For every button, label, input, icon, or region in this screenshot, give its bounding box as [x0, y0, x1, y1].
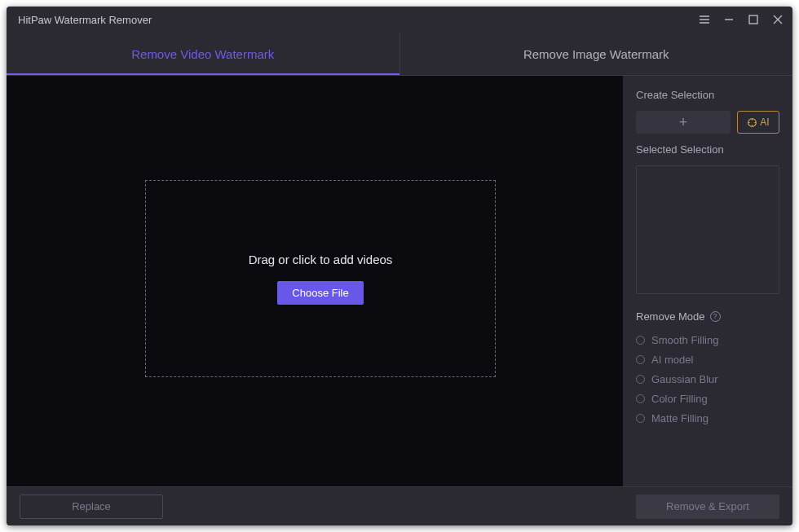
mode-ai-model[interactable]: AI model: [636, 354, 779, 366]
replace-button[interactable]: Replace: [20, 495, 163, 519]
dropzone[interactable]: Drag or click to add videos Choose File: [145, 180, 496, 377]
close-icon[interactable]: [771, 13, 784, 26]
titlebar-buttons: [698, 13, 784, 26]
tab-video-watermark[interactable]: Remove Video Watermark: [7, 33, 400, 75]
plus-icon: +: [679, 114, 688, 131]
maximize-icon[interactable]: [747, 13, 760, 26]
create-selection-label: Create Selection: [636, 89, 779, 101]
app-window: HitPaw Watermark Remover Remove Video Wa…: [7, 7, 792, 525]
radio-icon: [636, 375, 645, 384]
main-body: Drag or click to add videos Choose File …: [7, 75, 792, 486]
radio-label: Gaussian Blur: [651, 373, 718, 385]
minimize-icon[interactable]: [722, 13, 735, 26]
choose-file-button[interactable]: Choose File: [277, 281, 363, 305]
radio-label: Color Filling: [651, 393, 708, 405]
menu-icon[interactable]: [698, 13, 711, 26]
canvas-area: Drag or click to add videos Choose File: [7, 76, 623, 486]
mode-gaussian-blur[interactable]: Gaussian Blur: [636, 373, 779, 385]
mode-smooth-filling[interactable]: Smooth Filling: [636, 334, 779, 346]
tab-image-watermark[interactable]: Remove Image Watermark: [400, 33, 793, 75]
create-selection-row: + AI: [636, 111, 779, 134]
dropzone-text: Drag or click to add videos: [249, 253, 393, 266]
app-title: HitPaw Watermark Remover: [18, 14, 152, 26]
ai-selection-button[interactable]: AI: [737, 111, 779, 134]
radio-icon: [636, 394, 645, 403]
ai-label: AI: [760, 117, 769, 128]
titlebar: HitPaw Watermark Remover: [7, 7, 792, 33]
remove-mode-options: Smooth Filling AI model Gaussian Blur Co…: [636, 334, 779, 424]
remove-export-button[interactable]: Remove & Export: [636, 495, 779, 519]
radio-icon: [636, 414, 645, 423]
mode-matte-filling[interactable]: Matte Filling: [636, 412, 779, 424]
radio-icon: [636, 336, 645, 345]
svg-rect-0: [749, 15, 757, 24]
radio-icon: [636, 355, 645, 364]
mode-color-filling[interactable]: Color Filling: [636, 393, 779, 405]
help-icon[interactable]: ?: [710, 311, 721, 322]
radio-label: AI model: [651, 354, 693, 366]
sidebar: Create Selection + AI Selected Selection…: [623, 76, 792, 486]
radio-label: Smooth Filling: [651, 334, 718, 346]
ai-icon: [747, 117, 757, 128]
add-selection-button[interactable]: +: [636, 111, 731, 134]
tab-label: Remove Video Watermark: [131, 47, 274, 61]
selected-selection-label: Selected Selection: [636, 143, 779, 156]
remove-mode-label: Remove Mode: [636, 310, 705, 323]
selected-selection-box: [636, 165, 779, 294]
remove-mode-header: Remove Mode ?: [636, 310, 779, 323]
tab-label: Remove Image Watermark: [523, 47, 669, 61]
tabs: Remove Video Watermark Remove Image Wate…: [7, 33, 792, 75]
footer: Replace Remove & Export: [7, 486, 792, 525]
radio-label: Matte Filling: [651, 412, 709, 424]
